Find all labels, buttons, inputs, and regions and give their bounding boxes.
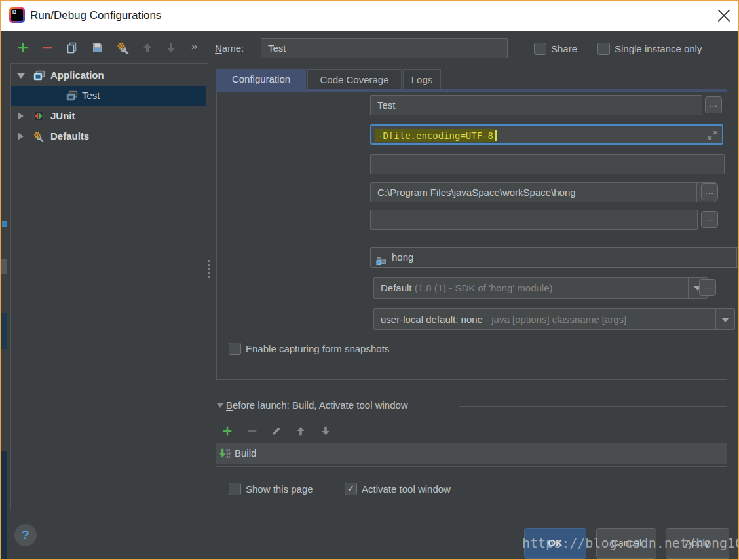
copy-icon	[66, 41, 79, 54]
background-artifact	[1, 451, 7, 559]
edit-templates-button[interactable]	[117, 41, 130, 54]
arrow-down-icon	[164, 41, 178, 54]
working-directory-combobox[interactable]: C:\Program Files\javaSpace\workSpace\hon…	[370, 182, 716, 202]
background-artifact	[1, 259, 7, 274]
enable-capturing-label[interactable]: Enable capturing form snapshots	[246, 343, 389, 354]
main-class-browse-button[interactable]: ...	[705, 96, 722, 113]
section-divider	[459, 406, 727, 407]
save-icon	[91, 41, 104, 54]
text-caret	[495, 130, 497, 141]
tree-item-defaults[interactable]: Defaults	[11, 126, 206, 147]
arrow-up-icon	[295, 425, 307, 437]
save-configuration-button[interactable]	[91, 41, 104, 54]
working-directory-browse-button[interactable]: ...	[701, 183, 718, 200]
use-classpath-combobox[interactable]: hong	[370, 247, 739, 268]
application-icon	[66, 90, 78, 103]
share-checkbox[interactable]	[534, 43, 546, 55]
before-launch-move-down-button[interactable]	[320, 425, 332, 439]
svg-text:01: 01	[226, 455, 231, 459]
move-down-button[interactable]	[164, 41, 178, 54]
jre-combobox[interactable]: Default (1.8 (1) - SDK of 'hong' module)	[373, 277, 708, 299]
expander-right-icon[interactable]	[18, 112, 24, 120]
plus-icon	[221, 425, 233, 437]
collapse-triangle-icon[interactable]	[217, 403, 223, 408]
settings-wrench-icon	[117, 41, 130, 54]
arrow-down-icon	[320, 425, 332, 437]
module-icon	[376, 252, 387, 268]
add-configuration-button[interactable]	[16, 41, 29, 54]
junit-icon	[33, 111, 44, 123]
name-label: Name:	[215, 43, 244, 54]
move-up-button[interactable]	[141, 41, 154, 54]
main-class-input[interactable]: Test	[370, 95, 702, 115]
before-launch-header[interactable]: Before launch: Build, Activate tool wind…	[226, 400, 408, 411]
pencil-icon	[271, 425, 282, 437]
before-launch-move-up-button[interactable]	[295, 425, 307, 439]
program-arguments-input[interactable]	[370, 154, 725, 174]
list-divider	[216, 466, 727, 467]
before-launch-edit-button[interactable]	[271, 425, 282, 439]
defaults-icon	[33, 131, 45, 144]
plus-icon	[16, 41, 29, 54]
expander-down-icon[interactable]	[17, 73, 25, 79]
remove-configuration-button[interactable]	[41, 41, 54, 54]
vm-options-input[interactable]: -Dfile.encoding=UTF-8	[370, 124, 723, 145]
dropdown-arrow-icon[interactable]	[736, 248, 739, 267]
configurations-tree: Application Test JUnit Defaults	[10, 63, 208, 510]
highlighted-vm-value: -Dfile.encoding=UTF-8	[375, 129, 495, 142]
minus-icon	[41, 41, 54, 54]
arrow-up-icon	[141, 41, 154, 54]
enable-capturing-checkbox[interactable]	[229, 343, 241, 355]
single-instance-checkbox[interactable]	[597, 43, 610, 55]
tree-item-test[interactable]: Test	[11, 86, 206, 106]
expander-right-icon[interactable]	[18, 132, 24, 140]
name-input[interactable]: Test	[261, 38, 508, 58]
background-artifact	[2, 221, 7, 227]
title-bar: IJ Run/Debug Configurations	[0, 0, 739, 31]
shorten-command-line-combobox[interactable]: user-local default: none - java [options…	[373, 308, 735, 330]
single-instance-checkbox-label[interactable]: Single instance only	[615, 43, 702, 54]
show-this-page-checkbox[interactable]	[229, 483, 241, 495]
environment-variables-input[interactable]	[370, 210, 698, 230]
application-icon	[33, 70, 45, 83]
tab-code-coverage[interactable]: Code Coverage	[307, 69, 402, 89]
watermark: https://blog.csdn.net/hong10086	[522, 535, 739, 551]
dropdown-arrow-icon[interactable]	[715, 309, 734, 329]
before-launch-add-button[interactable]	[221, 425, 233, 439]
show-this-page-label[interactable]: Show this page	[246, 483, 313, 495]
activate-tool-window-label[interactable]: Activate tool window	[362, 483, 451, 495]
close-icon[interactable]	[717, 9, 731, 23]
tab-logs[interactable]: Logs	[403, 69, 441, 89]
expand-field-icon[interactable]	[708, 130, 717, 142]
environment-variables-browse-button[interactable]: ...	[701, 211, 718, 228]
check-icon: ✓	[347, 483, 354, 493]
share-checkbox-label[interactable]: Share	[551, 43, 577, 54]
before-launch-item-build[interactable]: 011001 Build	[216, 443, 727, 464]
help-button[interactable]: ?	[14, 524, 37, 546]
build-icon: 011001	[219, 447, 231, 461]
activate-tool-window-checkbox[interactable]: ✓	[345, 483, 357, 495]
jre-browse-button[interactable]: ...	[699, 279, 716, 296]
tab-configuration[interactable]: Configuration	[216, 69, 306, 89]
background-artifact	[1, 313, 7, 349]
copy-configuration-button[interactable]	[66, 41, 79, 54]
intellij-logo-icon: IJ	[9, 7, 25, 23]
splitter-handle[interactable]	[207, 258, 212, 280]
minus-icon	[246, 425, 258, 437]
run-debug-configurations-dialog: IJ Run/Debug Configurations » Name: Test…	[0, 0, 739, 560]
toolbar-overflow-chevrons-icon[interactable]: »	[191, 40, 197, 53]
tree-item-application[interactable]: Application	[11, 65, 206, 86]
tree-item-junit[interactable]: JUnit	[11, 106, 206, 126]
window-title: Run/Debug Configurations	[30, 0, 161, 31]
before-launch-remove-button[interactable]	[246, 425, 258, 439]
